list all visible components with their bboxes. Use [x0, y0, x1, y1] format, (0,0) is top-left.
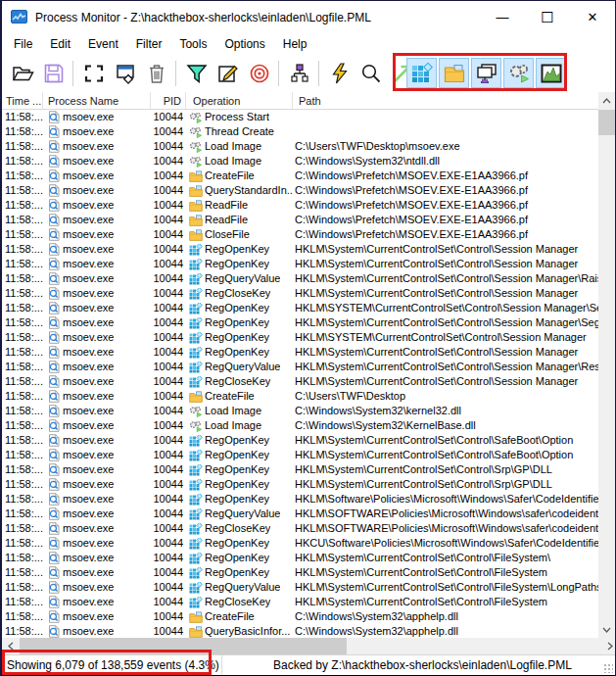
- row-process: msoev.exe: [43, 139, 151, 154]
- row-pid: 10044: [151, 374, 186, 389]
- row-path: HKLM\SOFTWARE\Policies\Microsoft\Windows…: [293, 507, 601, 521]
- table-row[interactable]: 11:58:... msoev.exe 10044 QueryBasicInfo…: [2, 624, 601, 638]
- table-row[interactable]: 11:58:... msoev.exe 10044 RegOpenKey HKC…: [2, 536, 601, 551]
- show-process-thread-activity-button[interactable]: [503, 58, 534, 88]
- table-row[interactable]: 11:58:... msoev.exe 10044 CreateFile C:\…: [2, 389, 601, 404]
- table-row[interactable]: 11:58:... msoev.exe 10044 Load Image C:\…: [2, 154, 601, 169]
- column-header-process-name[interactable]: Process Name: [43, 92, 151, 109]
- process-tree-button[interactable]: [285, 59, 314, 88]
- table-row[interactable]: 11:58:... msoev.exe 10044 RegOpenKey HKL…: [2, 345, 601, 360]
- table-row[interactable]: 11:58:... msoev.exe 10044 RegOpenKey HKL…: [2, 330, 601, 345]
- open-button[interactable]: [8, 59, 37, 88]
- row-pid: 10044: [151, 389, 186, 404]
- table-row[interactable]: 11:58:... msoev.exe 10044 RegOpenKey HKL…: [2, 565, 601, 580]
- include-process-target-button[interactable]: [245, 59, 274, 88]
- row-process: msoev.exe: [43, 183, 151, 198]
- clear-button[interactable]: [142, 59, 171, 88]
- process-operation-icon: [189, 406, 203, 417]
- highlight-button[interactable]: [213, 59, 243, 88]
- table-row[interactable]: 11:58:... msoev.exe 10044 RegOpenKey HKL…: [2, 315, 601, 330]
- menu-filter[interactable]: Filter: [127, 35, 171, 53]
- table-row[interactable]: 11:58:... msoev.exe 10044 RegOpenKey HKL…: [2, 257, 601, 271]
- menu-help[interactable]: Help: [274, 35, 316, 53]
- column-header-pid[interactable]: PID: [151, 92, 186, 109]
- autoscroll-button[interactable]: [111, 59, 140, 88]
- menu-file[interactable]: File: [5, 35, 41, 53]
- find-button[interactable]: [356, 59, 386, 88]
- table-row[interactable]: 11:58:... msoev.exe 10044 RegOpenKey HKL…: [2, 242, 601, 257]
- table-row[interactable]: 11:58:... msoev.exe 10044 Load Image C:\…: [2, 139, 601, 154]
- lightning-bolt-button[interactable]: [325, 59, 355, 88]
- filter-button[interactable]: [182, 59, 212, 88]
- table-row[interactable]: 11:58:... msoev.exe 10044 RegOpenKey HKL…: [2, 448, 601, 462]
- process-doc-icon: [48, 493, 61, 506]
- menu-event[interactable]: Event: [79, 35, 127, 53]
- file-operation-icon: [189, 200, 203, 212]
- show-file-system-activity-button[interactable]: [439, 58, 469, 88]
- table-row[interactable]: 11:58:... msoev.exe 10044 CreateFile C:\…: [2, 609, 601, 624]
- show-profiling-events-button[interactable]: [536, 58, 566, 88]
- process-doc-icon: [48, 419, 61, 432]
- row-pid: 10044: [151, 580, 186, 595]
- file-operation-icon: [189, 170, 203, 182]
- scroll-up-arrow[interactable]: [598, 92, 615, 109]
- table-row[interactable]: 11:58:... msoev.exe 10044 RegQueryValue …: [2, 271, 601, 286]
- file-operation-icon: [189, 391, 203, 403]
- horizontal-scroll-thumb[interactable]: [20, 638, 347, 654]
- scroll-left-arrow[interactable]: [2, 638, 19, 654]
- horizontal-scrollbar[interactable]: [2, 638, 616, 654]
- show-network-activity-button[interactable]: [471, 58, 501, 88]
- vertical-scrollbar[interactable]: [598, 92, 615, 638]
- table-row[interactable]: 11:58:... msoev.exe 10044 Load Image C:\…: [2, 418, 601, 433]
- table-row[interactable]: 11:58:... msoev.exe 10044 Process Start: [2, 110, 601, 124]
- table-row[interactable]: 11:58:... msoev.exe 10044 QueryStandardI…: [2, 183, 601, 198]
- save-button[interactable]: [39, 59, 69, 88]
- menu-options[interactable]: Options: [215, 35, 273, 53]
- close-button[interactable]: ✕: [570, 1, 615, 33]
- show-registry-activity-button[interactable]: [406, 58, 437, 88]
- table-row[interactable]: 11:58:... msoev.exe 10044 RegCloseKey HK…: [2, 595, 601, 609]
- table-row[interactable]: 11:58:... msoev.exe 10044 RegOpenKey HKL…: [2, 462, 601, 477]
- vertical-scroll-thumb[interactable]: [598, 110, 615, 135]
- capture-button[interactable]: [79, 59, 109, 88]
- table-row[interactable]: 11:58:... msoev.exe 10044 RegOpenKey HKL…: [2, 551, 601, 565]
- row-pid: 10044: [151, 271, 186, 286]
- table-row[interactable]: 11:58:... msoev.exe 10044 RegQueryValue …: [2, 580, 601, 595]
- maximize-button[interactable]: ☐: [525, 1, 570, 33]
- process-doc-icon: [48, 463, 61, 476]
- registry-operation-icon: [189, 376, 203, 388]
- table-row[interactable]: 11:58:... msoev.exe 10044 RegOpenKey HKL…: [2, 492, 601, 507]
- menu-tools[interactable]: Tools: [170, 35, 215, 53]
- table-row[interactable]: 11:58:... msoev.exe 10044 RegCloseKey HK…: [2, 521, 601, 536]
- process-monitor-window: Process Monitor - Z:\hackthebox-sherlock…: [0, 0, 616, 676]
- table-row[interactable]: 11:58:... msoev.exe 10044 RegCloseKey HK…: [2, 286, 601, 301]
- column-header-operation[interactable]: Operation: [186, 92, 293, 109]
- process-doc-icon: [48, 214, 61, 226]
- table-row[interactable]: 11:58:... msoev.exe 10044 CloseFile C:\W…: [2, 227, 601, 242]
- column-header-time[interactable]: Time ...: [2, 92, 43, 109]
- table-row[interactable]: 11:58:... msoev.exe 10044 Load Image C:\…: [2, 404, 601, 418]
- table-row[interactable]: 11:58:... msoev.exe 10044 RegOpenKey HKL…: [2, 301, 601, 315]
- scroll-right-arrow[interactable]: [601, 638, 616, 654]
- row-time: 11:58:...: [2, 624, 43, 638]
- scroll-down-arrow[interactable]: [598, 621, 615, 638]
- table-row[interactable]: 11:58:... msoev.exe 10044 RegCloseKey HK…: [2, 374, 601, 389]
- file-operation-icon: [189, 215, 203, 226]
- table-row[interactable]: 11:58:... msoev.exe 10044 Thread Create: [2, 124, 601, 139]
- registry-grid-icon: [410, 62, 434, 85]
- table-row[interactable]: 11:58:... msoev.exe 10044 RegOpenKey HKL…: [2, 433, 601, 448]
- minimize-button[interactable]: —: [480, 1, 525, 33]
- table-row[interactable]: 11:58:... msoev.exe 10044 RegOpenKey HKL…: [2, 477, 601, 492]
- table-row[interactable]: 11:58:... msoev.exe 10044 ReadFile C:\Wi…: [2, 198, 601, 213]
- table-row[interactable]: 11:58:... msoev.exe 10044 ReadFile C:\Wi…: [2, 213, 601, 227]
- menu-edit[interactable]: Edit: [41, 35, 79, 53]
- row-process: msoev.exe: [43, 595, 151, 609]
- column-header-path[interactable]: Path: [293, 92, 601, 109]
- resize-grip[interactable]: [603, 663, 613, 673]
- filter-funnel-icon: [185, 62, 209, 85]
- table-row[interactable]: 11:58:... msoev.exe 10044 CreateFile C:\…: [2, 169, 601, 183]
- row-operation: RegOpenKey: [186, 448, 293, 462]
- table-row[interactable]: 11:58:... msoev.exe 10044 RegQueryValue …: [2, 360, 601, 374]
- table-row[interactable]: 11:58:... msoev.exe 10044 RegQueryValue …: [2, 507, 601, 521]
- process-doc-icon: [48, 552, 61, 564]
